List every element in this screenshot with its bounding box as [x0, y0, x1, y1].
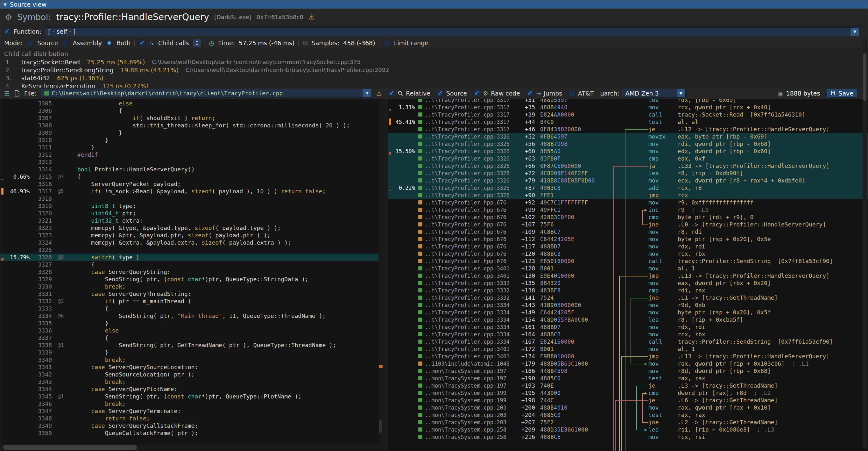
source-line[interactable]: 3307 if( shouldExit ) return;	[0, 114, 383, 122]
source-line[interactable]: 3325	[0, 246, 383, 253]
assembly-line[interactable]: ..t\TracyProfiler.cpp:3326+724C8D05F146F…	[388, 170, 868, 177]
source-line[interactable]: 3344 case ServerQueryPlotName:	[0, 385, 383, 393]
source-line[interactable]: 3320 uint64_t ptr;	[0, 210, 383, 217]
source-line[interactable]: 3333 {	[0, 305, 383, 312]
assembly-line[interactable]: ..t\TracyProfiler.hpp:676+1094C8BC7movr8…	[388, 228, 868, 235]
assembly-line[interactable]: ..mon\TracySystem.cpp:203+200488B4010mov…	[388, 404, 868, 411]
child-call-entry[interactable]: 3.stat64i32625 μs (1.36%)	[4, 74, 868, 82]
source-vertical-scrollbar[interactable]	[378, 99, 383, 444]
source-line[interactable]: 3347 case ServerQueryTerminate:	[0, 408, 383, 415]
source-line[interactable]: 3316 ServerQueryPacket payload;	[0, 180, 383, 188]
source-line[interactable]: 3343 break;	[0, 378, 383, 385]
source-line[interactable]: 3332@3 if( ptr == m_mainThread )	[0, 298, 383, 305]
file-select[interactable]: C:\Users\wolf\Desktop\darkrl\contrib\tra…	[41, 89, 372, 97]
scrollbar-thumb[interactable]	[863, 53, 866, 101]
assembly-line[interactable]: ..mon\TracySystem.cpp:199+195443900cmpdw…	[388, 389, 868, 396]
assembly-line[interactable]: ..t\TracyProfiler.cpp:3317+39E824AA0000c…	[388, 111, 868, 118]
jumps-checkbox[interactable]	[526, 90, 533, 97]
propagate-up-button[interactable]: ↥	[193, 39, 201, 47]
radio-assembly-label[interactable]: Assembly	[72, 39, 102, 47]
function-select[interactable]: [ - self - ] ▼	[44, 27, 859, 36]
chevron-down-icon[interactable]: ▼	[850, 28, 859, 36]
source-line[interactable]: 3335 }	[0, 320, 383, 327]
relative-checkbox[interactable]	[388, 90, 395, 97]
assembly-line[interactable]: ..mon\TracySystem.cpp:258+216488BCEmovrc…	[388, 433, 868, 441]
assembly-line[interactable]: ..mon\TracySystem.cpp:203+2044885C0testr…	[388, 411, 868, 419]
assembly-line[interactable]: ..t\TracyProfiler.hpp:676+123E850160000c…	[388, 257, 868, 265]
source-horizontal-scrollbar[interactable]	[0, 444, 383, 451]
assembly-line[interactable]: 1.31%..t\TracyProfiler.cpp:3317+35488B49…	[388, 103, 868, 111]
assembly-line[interactable]: 0.22%..t\TracyProfiler.cpp:3326+874903C8…	[388, 184, 868, 191]
source-line[interactable]: 3311 }	[0, 144, 383, 151]
window-vertical-scrollbar[interactable]	[863, 38, 867, 449]
pane-divider[interactable]	[383, 99, 388, 451]
source-line[interactable]: 3334@6 SendString( ptr, "Main thread", 1…	[0, 312, 383, 320]
assembly-line[interactable]: ..t\TracyProfiler.cpp:3326+520FB64597mov…	[388, 133, 868, 140]
radio-source[interactable]	[26, 39, 33, 47]
assembly-line[interactable]: ..t\TracyProfiler.cpp:3334+161488BD7movr…	[388, 323, 868, 331]
assembly-line[interactable]: ..t\TracyProfiler.cpp:3401+174E9B8010000…	[388, 353, 868, 360]
assembly-line[interactable]: ..t\TracyProfiler.cpp:3334+167E824160000…	[388, 338, 868, 345]
assembly-line[interactable]: ..t\TracyProfiler.cpp:3326+56488B7D98mov…	[388, 140, 868, 147]
source-line[interactable]: 3319 uint8_t type;	[0, 202, 383, 210]
source-line[interactable]: 3305 else	[0, 100, 383, 107]
source-line[interactable]: 3348 return false;	[0, 415, 383, 422]
radio-assembly[interactable]	[62, 39, 69, 47]
radio-both[interactable]	[106, 39, 113, 47]
assembly-line[interactable]: ..t\TracyProfiler.hpp:676+117488BD7movrd…	[388, 243, 868, 250]
assembly-line[interactable]: ..t\TracyProfiler.cpp:3326+6383F80Fcmpea…	[388, 155, 868, 162]
source-checkbox[interactable]	[437, 90, 444, 97]
assembly-line[interactable]: ..t\TracyProfiler.hpp:676+9949FFC1incr9 …	[388, 206, 868, 213]
scrollbar-thumb[interactable]	[379, 420, 382, 433]
source-line[interactable]: 3340 break;	[0, 356, 383, 363]
scrollbar-thumb[interactable]	[3, 445, 137, 450]
limit-range-checkbox[interactable]	[383, 39, 390, 47]
source-line[interactable]: 3346 break;	[0, 400, 383, 408]
assembly-line[interactable]: ..t\TracyProfiler.cpp:3317+460F843502000…	[388, 125, 868, 133]
assembly-line[interactable]: ..t\TracyProfiler.cpp:3334+164488BCBmovr…	[388, 331, 868, 338]
assembly-line[interactable]: ..t\TracyProfiler.hpp:676+120488BCBmovrc…	[388, 250, 868, 257]
source-line[interactable]: 3345@1 SendString( ptr, (const char*)ptr…	[0, 393, 383, 400]
assembly-line[interactable]: ..t\TracyProfiler.cpp:3401+172B001moval,…	[388, 345, 868, 353]
source-line[interactable]: 3338@1 SendString( ptr, GetThreadName( p…	[0, 341, 383, 349]
assembly-line[interactable]: ..t\TracyProfiler.cpp:3326+79418B8C80E0B…	[388, 177, 868, 184]
source-line[interactable]: 3310 }	[0, 136, 383, 144]
assembly-line[interactable]: ..mon\TracySystem.cpp:258+209488D35E8861…	[388, 426, 868, 433]
assembly-line[interactable]: ..t\TracyProfiler.cpp:3334+14341B90B0000…	[388, 301, 868, 309]
assembly-line[interactable]: ..1103\include\atomic:1048+179488B05B63C…	[388, 360, 868, 367]
assembly-line[interactable]: ..t\TracyProfiler.cpp:3317+31488D5597lea…	[388, 99, 868, 103]
assembly-line[interactable]: ..t\TracyProfiler.hpp:676+10242803C0F00c…	[388, 213, 868, 221]
source-label[interactable]: Source	[446, 90, 467, 97]
source-line[interactable]: 3327 {	[0, 261, 383, 268]
assembly-line[interactable]: ..mon\TracySystem.cpp:197+186448B4598mov…	[388, 367, 868, 374]
assembly-line[interactable]: ..t\TracyProfiler.hpp:676+9249C7C1FFFFFF…	[388, 199, 868, 206]
source-line[interactable]: 3330 break;	[0, 283, 383, 290]
assembly-line[interactable]: ..t\TracyProfiler.hpp:676+112C64424205Em…	[388, 235, 868, 243]
source-line[interactable]: 3337 {	[0, 334, 383, 341]
source-line[interactable]: 46.93%3317@5 if( !m_sock->Read( &payload…	[0, 188, 383, 195]
source-line[interactable]: 0.66%3315@7{	[0, 173, 383, 180]
jumps-label[interactable]: Jumps	[544, 90, 562, 97]
source-line[interactable]: 3309 }	[0, 129, 383, 136]
source-line[interactable]: 3324 memcpy( &extra, &payload.extra, siz…	[0, 239, 383, 246]
raw-code-label[interactable]: Raw code	[491, 90, 520, 97]
att-syntax-label[interactable]: AT&T	[578, 90, 594, 97]
assembly-line[interactable]: ..mon\TracySystem.cpp:203+20775F2jne.L2 …	[388, 419, 868, 426]
child-call-entry[interactable]: 4.KeSynchronizeExecution125 μs (0.27%)	[4, 82, 868, 88]
source-line[interactable]: 3336 else	[0, 327, 383, 334]
chevron-down-icon[interactable]: ▼	[677, 89, 685, 97]
source-line[interactable]: 3322 memcpy( &type, &payload.type, sizeo…	[0, 224, 383, 232]
source-line[interactable]: 3321 uint32_t extra;	[0, 217, 383, 224]
source-line[interactable]: 3342 SendSourceLocation( ptr );	[0, 371, 383, 378]
function-checkbox[interactable]	[3, 28, 10, 35]
assembly-line[interactable]: ..t\TracyProfiler.cpp:3334+1544C8D055FBA…	[388, 316, 868, 323]
source-line[interactable]: 3312#endif	[0, 151, 383, 158]
assembly-line[interactable]: 45.41%..t\TracyProfiler.cpp:3317+4484C0t…	[388, 118, 868, 125]
source-line[interactable]: 3323 memcpy( &ptr, &payload.ptr, sizeof(…	[0, 232, 383, 239]
save-button[interactable]: Save	[826, 89, 858, 97]
raw-code-checkbox[interactable]	[473, 90, 480, 97]
source-line[interactable]: 3308 std::this_thread::sleep_for( std::c…	[0, 122, 383, 129]
child-calls-label[interactable]: Child calls	[158, 39, 189, 47]
assembly-line[interactable]: ..t\TracyProfiler.cpp:3334+149C64424205F…	[388, 309, 868, 316]
assembly-line[interactable]: ..mon\TracySystem.cpp:197+1904885C0testr…	[388, 374, 868, 382]
